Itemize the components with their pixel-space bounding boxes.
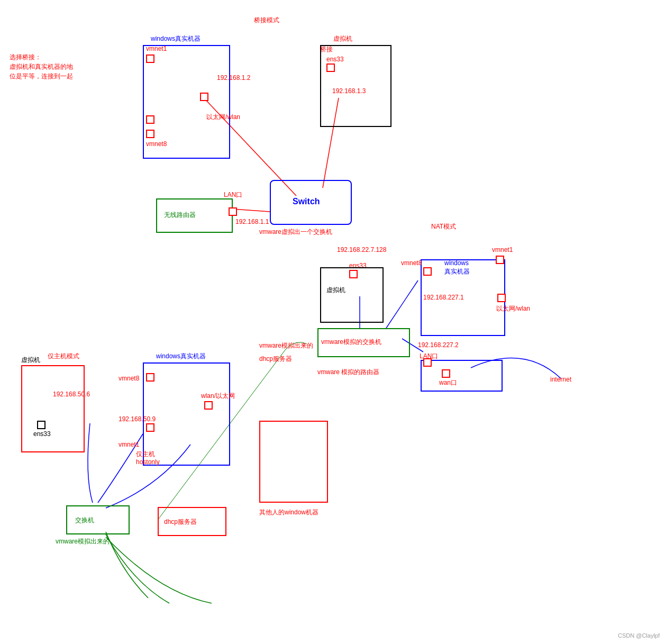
svg-line-2 <box>233 209 270 212</box>
nat-mode-title: NAT模式 <box>431 222 456 231</box>
vm-hostonly-label: 虚拟机 <box>21 356 40 365</box>
bridge-mode-title: 桥接模式 <box>254 16 279 25</box>
vm-hostonly-box <box>21 365 85 452</box>
bridge-desc-line1: 虚拟机和真实机器的地 <box>10 62 73 71</box>
lan-port-nat-box <box>423 358 432 367</box>
eth-wlan-nat: 以太网/wlan <box>496 304 530 313</box>
wlan-hostonly-port <box>204 401 213 410</box>
dhcp-server-nat-label: dhcp服务器 <box>259 355 292 364</box>
vm-bridge-label: 虚拟机 <box>333 34 352 43</box>
vm-nat-label: 虚拟机 <box>326 286 345 295</box>
wan-port-nat-box <box>442 369 450 378</box>
bridge-desc-title: 选择桥接： <box>10 53 41 62</box>
vmnet1-hostonly-label: vmnet1 <box>119 441 139 448</box>
svg-line-4 <box>386 280 418 328</box>
vmnet8-bridge-box2 <box>146 130 154 138</box>
other-windows-label: 其他人的window机器 <box>259 508 318 517</box>
ip-192-168-1-3: 192.168.1.3 <box>332 87 366 95</box>
hostonly-label2: hostonly <box>136 458 160 466</box>
vmware-router-nat-label: vmware 模拟的路由器 <box>317 368 379 377</box>
wlan-eth-hostonly: wlan/以太网 <box>201 392 235 401</box>
bridge-desc-line2: 位是平等，连接到一起 <box>10 72 73 81</box>
vmware-switch-label: vmware虚拟出一个交换机 <box>259 228 332 237</box>
ip-192-168-50-9: 192.168.50.9 <box>119 415 156 423</box>
lan-port-box <box>229 207 237 216</box>
wan-port-nat-label: wan口 <box>439 378 457 387</box>
ens33-bridge-port <box>326 64 335 72</box>
vmware-router-nat-box <box>421 360 503 392</box>
dhcp-hostonly-label: dhcp服务器 <box>164 518 197 527</box>
hostonly-label: 仅主机 <box>136 450 155 459</box>
hostonly-mode-title: 仅主机模式 <box>48 352 79 361</box>
vmnet8-nat-label: vmnet8 <box>401 259 422 267</box>
windows-real-label-bridge: windows真实机器 <box>151 34 201 43</box>
windows-real-hostonly-box <box>143 362 230 466</box>
ip-192-168-227-2: 192.168.227.2 <box>418 341 459 349</box>
vmware-nat-switch-out: vmware模拟出来的 <box>259 341 313 350</box>
eth-wlan-bridge: 以太网/wlan <box>206 113 240 122</box>
windows-real-hostonly-label: windows真实机器 <box>156 352 206 361</box>
router-bridge-label: 无线路由器 <box>164 211 196 220</box>
vmnet8-hostonly-label: vmnet8 <box>119 375 139 382</box>
internet-label: internet <box>550 376 571 383</box>
vmware-switch-hostonly-label: vmware模拟出来的 <box>56 537 110 546</box>
eth-nat-port <box>497 294 506 302</box>
vmnet8-bridge-label: vmnet8 <box>146 140 167 148</box>
vmnet1-bridge-box <box>146 55 154 63</box>
ens33-hostonly-label: ens33 <box>33 430 51 438</box>
vmnet1-nat-port <box>496 256 504 264</box>
watermark: CSDN @Claylpf <box>618 632 660 639</box>
vmnet1-hostonly-port <box>146 423 154 432</box>
other-windows-box <box>259 421 328 503</box>
vmnet8-hostonly-port <box>146 373 154 382</box>
vm-bridge-box <box>320 45 391 127</box>
ens33-hostonly-port <box>37 421 45 429</box>
ip-192-168-227-1: 192.168.227.1 <box>423 294 464 301</box>
vmnet1-bridge-label: vmnet1 <box>146 45 167 52</box>
eth-box-bridge <box>200 93 208 101</box>
vmware-nat-switch-label: vmware模拟的交换机 <box>321 338 381 347</box>
vmnet8-nat-port <box>423 267 432 276</box>
ens33-nat-port <box>349 270 358 278</box>
ip-192-168-1-2: 192.168.1.2 <box>217 74 250 81</box>
ip-192-168-22-7-128: 192.168.22.7.128 <box>337 246 386 253</box>
switch-hostonly-label: 交换机 <box>75 516 94 525</box>
switch-label: Switch <box>293 197 320 206</box>
vmnet1-nat-label: vmnet1 <box>492 246 513 253</box>
vmnet8-bridge-box <box>146 115 154 124</box>
ip-192-168-1-1: 192.168.1.1 <box>235 218 269 225</box>
